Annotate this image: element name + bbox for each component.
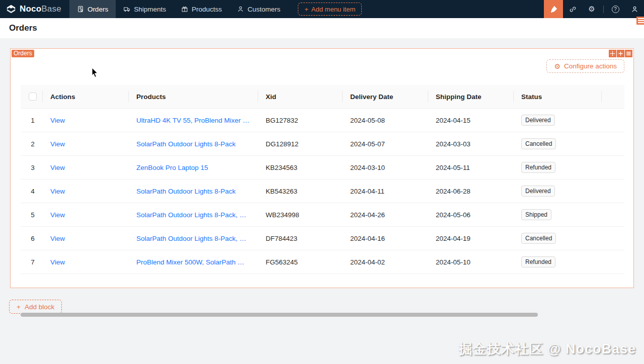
- row-index: 1: [29, 117, 37, 124]
- status-badge: Delivered: [521, 186, 555, 197]
- add-menu-item-button[interactable]: + Add menu item: [298, 3, 362, 16]
- view-link[interactable]: View: [50, 117, 65, 124]
- watermark: 掘金技术社区 @ NocoBase: [459, 340, 636, 358]
- delivery-date-value: 2024-03-10: [350, 164, 385, 171]
- products-link[interactable]: ZenBook Pro Laptop 15: [136, 164, 250, 171]
- nav-item-customers[interactable]: Customers: [229, 0, 288, 18]
- cube-logo-icon: [6, 5, 16, 14]
- xid-value: BG127832: [266, 117, 298, 124]
- user-icon: [631, 6, 638, 13]
- view-link[interactable]: View: [50, 258, 65, 266]
- shipping-date-value: 2024-04-19: [436, 235, 470, 242]
- row-index: 6: [29, 235, 37, 242]
- column-header-shipping-date[interactable]: Shipping Date: [428, 85, 513, 109]
- row-index: 4: [29, 188, 37, 195]
- delivery-date-value: 2024-04-02: [350, 258, 385, 266]
- divider: [603, 6, 604, 13]
- delivery-date-value: 2024-04-26: [350, 211, 385, 219]
- delivery-date-value: 2024-05-08: [350, 117, 385, 124]
- nav-item-label: Productss: [192, 6, 222, 13]
- nav-item-orders[interactable]: Orders: [69, 0, 116, 18]
- delivery-date-value: 2024-04-16: [350, 235, 385, 242]
- table-row[interactable]: 2 View SolarPath Outdoor Lights 8-Pack D…: [21, 132, 624, 156]
- brand-text: NocoBase: [20, 4, 61, 14]
- orders-table: Actions Products Xid Delivery Date Shipp…: [21, 85, 624, 274]
- table-row[interactable]: 3 View ZenBook Pro Laptop 15 KB234563 20…: [21, 156, 624, 179]
- configure-actions-button[interactable]: ⚙ Configure actions: [546, 59, 624, 73]
- products-link[interactable]: UltraHD 4K TV 55, ProBlend Mixer 500W: [136, 117, 250, 124]
- table-row[interactable]: 5 View SolarPath Outdoor Lights 8-Pack, …: [21, 203, 624, 227]
- table-body: 1 View UltraHD 4K TV 55, ProBlend Mixer …: [21, 109, 624, 274]
- link-icon: [569, 6, 577, 13]
- row-index: 7: [29, 258, 37, 266]
- status-badge: Refunded: [521, 162, 555, 173]
- xid-value: DG128912: [266, 140, 298, 148]
- truck-icon: [123, 6, 130, 13]
- row-index: 5: [29, 211, 37, 219]
- orders-table-block: Orders ⚙ Configure actions: [10, 48, 634, 288]
- select-all-checkbox[interactable]: [29, 93, 37, 101]
- add-block-plus-icon[interactable]: [617, 50, 624, 57]
- configure-actions-label: Configure actions: [564, 62, 617, 70]
- products-link[interactable]: SolarPath Outdoor Lights 8-Pack, ZenB...: [136, 211, 250, 219]
- gear-icon: ⚙: [588, 5, 595, 14]
- drag-handle-icon[interactable]: [609, 50, 616, 57]
- xid-value: DF784423: [266, 235, 297, 242]
- row-index: 3: [29, 164, 37, 171]
- column-header-delivery-date[interactable]: Delivery Date: [342, 85, 428, 109]
- table-row[interactable]: 1 View UltraHD 4K TV 55, ProBlend Mixer …: [21, 109, 624, 132]
- plugin-link-button[interactable]: [563, 0, 582, 18]
- shipping-date-value: 2024-05-10: [436, 258, 470, 266]
- block-menu-icon[interactable]: [625, 50, 632, 57]
- column-header-products[interactable]: Products: [128, 85, 258, 109]
- column-header-actions[interactable]: Actions: [42, 85, 128, 109]
- plus-icon: +: [17, 303, 21, 311]
- gift-icon: [181, 6, 188, 13]
- navbar-right-icons: ⚙ ?: [544, 0, 644, 18]
- gear-icon: ⚙: [554, 63, 560, 70]
- status-badge: Refunded: [521, 256, 555, 267]
- highlighter-icon: [550, 6, 557, 13]
- nav-item-shipments[interactable]: Shipments: [116, 0, 174, 18]
- products-link[interactable]: SolarPath Outdoor Lights 8-Pack: [136, 140, 250, 148]
- file-icon: [77, 6, 84, 13]
- table-row[interactable]: 6 View SolarPath Outdoor Lights 8-Pack, …: [21, 227, 624, 250]
- scrollbar-thumb[interactable]: [21, 313, 538, 317]
- delivery-date-value: 2024-05-07: [350, 140, 385, 148]
- shipping-date-value: 2024-03-03: [436, 140, 470, 148]
- page-edge-menu-icon[interactable]: [636, 17, 644, 25]
- view-link[interactable]: View: [50, 164, 65, 171]
- table-row[interactable]: 7 View ProBlend Mixer 500W, SolarPath Ou…: [21, 250, 624, 274]
- products-link[interactable]: SolarPath Outdoor Lights 8-Pack: [136, 188, 250, 195]
- delivery-date-value: 2024-04-11: [350, 188, 384, 195]
- view-link[interactable]: View: [50, 140, 65, 148]
- block-collection-tag: Orders: [12, 50, 34, 57]
- block-designer-toolbar: [609, 50, 632, 57]
- nav-item-label: Orders: [88, 6, 108, 13]
- help-icon: ?: [612, 6, 619, 13]
- nav-item-productss[interactable]: Productss: [174, 0, 229, 18]
- settings-button[interactable]: ⚙: [582, 0, 601, 18]
- top-navbar: NocoBase Orders Shipments Productss: [0, 0, 644, 18]
- column-header-status[interactable]: Status: [513, 85, 601, 109]
- status-badge: Cancelled: [521, 233, 556, 244]
- column-header-xid[interactable]: Xid: [258, 85, 342, 109]
- status-badge: Shipped: [521, 209, 551, 220]
- view-link[interactable]: View: [50, 235, 65, 242]
- status-badge: Delivered: [521, 115, 555, 126]
- table-row[interactable]: 4 View SolarPath Outdoor Lights 8-Pack K…: [21, 179, 624, 203]
- shipping-date-value: 2024-04-15: [436, 117, 470, 124]
- nocobase-logo[interactable]: NocoBase: [0, 0, 69, 18]
- status-badge: Cancelled: [521, 138, 556, 149]
- view-link[interactable]: View: [50, 211, 65, 219]
- products-link[interactable]: ProBlend Mixer 500W, SolarPath Outdo...: [136, 258, 250, 266]
- view-link[interactable]: View: [50, 188, 65, 195]
- table-header-row: Actions Products Xid Delivery Date Shipp…: [21, 85, 624, 109]
- shipping-date-value: 2024-06-28: [436, 188, 470, 195]
- add-block-button[interactable]: + Add block: [9, 300, 62, 314]
- account-button[interactable]: [625, 0, 644, 18]
- ui-editor-highlighter-button[interactable]: [544, 0, 563, 18]
- products-link[interactable]: SolarPath Outdoor Lights 8-Pack, ZenB...: [136, 235, 250, 242]
- help-button[interactable]: ?: [606, 0, 625, 18]
- row-index: 2: [29, 140, 37, 148]
